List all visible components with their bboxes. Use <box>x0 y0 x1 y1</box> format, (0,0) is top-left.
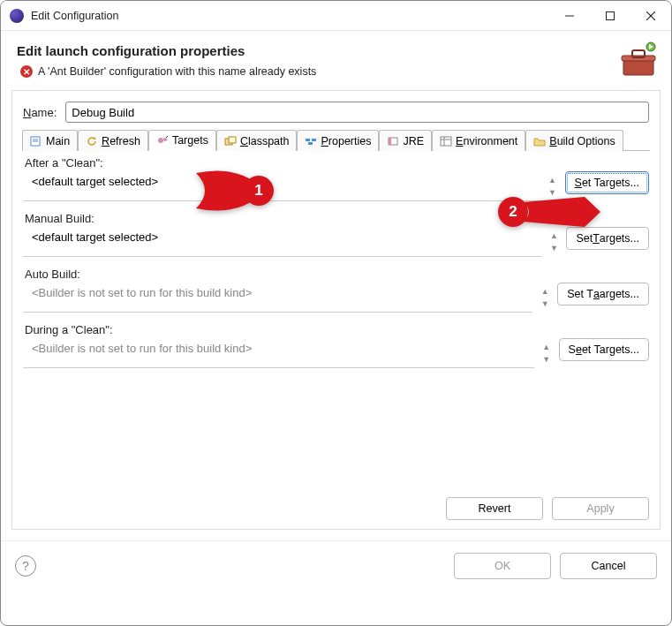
down-button[interactable]: ▼ <box>540 354 554 365</box>
classpath-icon <box>224 136 237 147</box>
window-controls <box>549 1 671 30</box>
svg-rect-20 <box>308 142 313 145</box>
tab-properties[interactable]: Properties <box>297 130 379 151</box>
tab-bar: Main Refresh Targets Classpath Propertie… <box>22 130 650 151</box>
properties-icon <box>305 136 317 147</box>
name-input[interactable] <box>65 102 649 123</box>
down-button[interactable]: ▼ <box>547 243 561 253</box>
set-targets-after-clean[interactable]: Set Targets... <box>565 171 649 194</box>
svg-rect-1 <box>607 11 615 19</box>
jre-icon <box>387 136 399 147</box>
tab-build-options[interactable]: Build Options <box>525 130 623 151</box>
toolbox-icon <box>618 40 659 80</box>
down-button[interactable]: ▼ <box>538 298 552 309</box>
down-button[interactable]: ▼ <box>546 187 560 198</box>
revert-button[interactable]: Revert <box>446 497 543 520</box>
close-button[interactable] <box>630 1 671 30</box>
tab-classpath[interactable]: Classpath <box>216 130 298 151</box>
during-clean-list[interactable]: <Builder is not set to run for this buil… <box>23 338 534 368</box>
svg-rect-18 <box>306 139 310 141</box>
up-button[interactable]: ▲ <box>538 286 552 297</box>
after-clean-label: After a "Clean": <box>25 156 649 170</box>
svg-point-14 <box>163 138 167 141</box>
tab-main[interactable]: Main <box>22 130 78 151</box>
tab-environment[interactable]: Environment <box>432 130 525 151</box>
svg-line-15 <box>166 136 168 138</box>
environment-icon <box>440 136 452 147</box>
main-panel: Name: Main Refresh Targets Classpath Pro… <box>11 90 661 530</box>
during-clean-label: During a "Clean": <box>25 323 649 336</box>
help-button[interactable]: ? <box>15 555 36 577</box>
set-targets-during-clean[interactable]: Seet Targets... <box>559 338 649 361</box>
ok-button[interactable]: OK <box>454 553 551 579</box>
minimize-button[interactable] <box>549 1 590 30</box>
up-button[interactable]: ▲ <box>547 230 561 241</box>
titlebar: Edit Configuration <box>1 1 671 31</box>
footer: ? OK Cancel <box>1 540 671 590</box>
tab-jre[interactable]: JRE <box>379 130 432 151</box>
file-icon <box>30 136 42 147</box>
svg-rect-19 <box>312 139 316 141</box>
svg-point-13 <box>158 138 163 143</box>
manual-build-label: Manual Build: <box>25 212 649 225</box>
maximize-button[interactable] <box>590 1 630 30</box>
tab-targets[interactable]: Targets <box>148 130 216 151</box>
svg-rect-23 <box>441 137 451 146</box>
after-clean-list[interactable]: <default target selected> <box>23 171 540 201</box>
ant-icon <box>156 135 169 146</box>
window-title: Edit Configuration <box>31 10 549 22</box>
refresh-icon <box>86 136 98 147</box>
error-message: A 'Ant Builder' configuration with this … <box>38 65 316 78</box>
up-button[interactable]: ▲ <box>546 175 560 185</box>
up-button[interactable]: ▲ <box>540 342 554 352</box>
svg-rect-17 <box>229 137 236 143</box>
svg-rect-22 <box>389 138 391 145</box>
cancel-button[interactable]: Cancel <box>560 553 657 579</box>
eclipse-icon <box>10 9 24 23</box>
page-title: Edit launch configuration properties <box>17 43 653 58</box>
manual-build-list[interactable]: <default target selected> <box>23 227 541 257</box>
set-targets-manual[interactable]: Set Targets... <box>566 227 649 250</box>
tab-refresh[interactable]: Refresh <box>78 130 148 151</box>
name-label: Name: <box>23 106 57 119</box>
targets-pane: After a "Clean": <default target selecte… <box>23 151 649 368</box>
auto-build-list[interactable]: <Builder is not set to run for this buil… <box>23 283 532 313</box>
error-icon: ✕ <box>20 65 33 78</box>
auto-build-label: Auto Build: <box>25 268 649 281</box>
folder-icon <box>533 136 546 147</box>
apply-button[interactable]: Apply <box>552 497 649 520</box>
dialog-header: Edit launch configuration properties ✕ A… <box>1 31 671 90</box>
set-targets-auto[interactable]: Set Taargets... <box>557 283 649 305</box>
